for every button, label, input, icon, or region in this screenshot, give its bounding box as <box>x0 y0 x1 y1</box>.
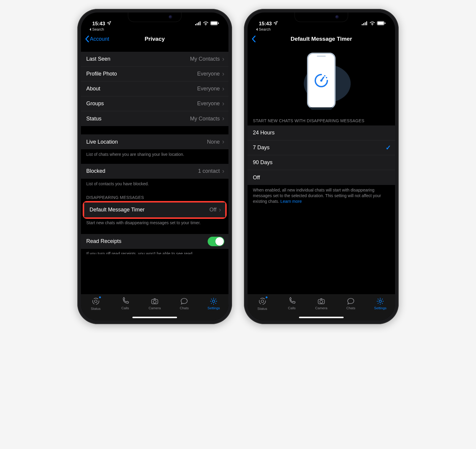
privacy-content[interactable]: Last Seen My Contacts› Profile Photo Eve… <box>81 46 228 294</box>
breadcrumb-label: Search <box>259 27 271 32</box>
row-label: Last Seen <box>86 56 110 62</box>
row-value: My Contacts <box>190 116 220 122</box>
row-label: Blocked <box>86 168 105 174</box>
disappearing-footer: Start new chats with disappearing messag… <box>81 218 228 226</box>
tab-status[interactable]: Status <box>83 297 108 310</box>
row-profile-photo[interactable]: Profile Photo Everyone› <box>81 67 228 81</box>
svg-point-26 <box>259 298 265 304</box>
tab-label: Calls <box>121 306 129 310</box>
row-label: Groups <box>86 101 104 107</box>
svg-rect-12 <box>362 24 363 25</box>
chevron-right-icon: › <box>222 85 224 93</box>
chevron-right-icon: › <box>222 70 224 78</box>
row-default-message-timer[interactable]: Default Message Timer Off› <box>84 202 225 217</box>
chat-icon <box>180 297 189 305</box>
option-7-days[interactable]: 7 Days ✓ <box>248 140 395 155</box>
row-label: Profile Photo <box>86 71 117 77</box>
svg-point-20 <box>327 80 328 81</box>
svg-rect-18 <box>385 23 386 24</box>
row-about[interactable]: About Everyone› <box>81 81 228 96</box>
home-indicator[interactable] <box>132 317 177 318</box>
hero-illustration <box>248 46 395 114</box>
gear-icon <box>209 297 218 305</box>
svg-point-29 <box>320 300 323 303</box>
tab-label: Chats <box>346 306 355 310</box>
tab-calls[interactable]: Calls <box>113 297 138 310</box>
battery-icon <box>210 21 219 27</box>
screen: 15:43 Search <box>248 12 395 321</box>
option-90-days[interactable]: 90 Days <box>248 155 395 170</box>
back-button[interactable]: Account <box>85 36 109 42</box>
live-location-footer: List of chats where you are sharing your… <box>81 149 228 157</box>
row-value: Everyone <box>197 86 220 92</box>
svg-point-11 <box>212 300 215 302</box>
wifi-icon <box>203 21 209 27</box>
timer-content[interactable]: START NEW CHATS WITH DISAPPEARING MESSAG… <box>248 46 395 294</box>
svg-point-22 <box>324 85 325 87</box>
page-title: Default Message Timer <box>248 36 395 42</box>
tab-label: Camera <box>315 306 328 310</box>
tab-settings[interactable]: Settings <box>201 297 226 310</box>
svg-point-19 <box>326 77 327 79</box>
option-off[interactable]: Off <box>248 170 395 185</box>
notch <box>128 12 181 22</box>
tab-bar: Status Calls Camera Chats Settings <box>81 294 228 321</box>
unread-badge-icon <box>99 296 101 299</box>
svg-rect-1 <box>197 23 198 25</box>
back-button[interactable] <box>252 36 256 42</box>
phone-icon <box>287 297 296 305</box>
row-label: Default Message Timer <box>90 207 145 213</box>
back-label: Account <box>90 36 109 42</box>
svg-point-23 <box>324 75 325 77</box>
row-status[interactable]: Status My Contacts› <box>81 111 228 126</box>
gear-icon <box>376 297 385 305</box>
row-blocked[interactable]: Blocked 1 contact› <box>81 164 228 179</box>
svg-rect-3 <box>200 21 201 25</box>
row-label: Read Receipts <box>86 238 121 244</box>
tab-calls[interactable]: Calls <box>279 297 304 310</box>
svg-rect-17 <box>378 22 384 25</box>
row-value: My Contacts <box>190 56 220 62</box>
option-24-hours[interactable]: 24 Hours <box>248 125 395 140</box>
svg-point-7 <box>93 298 99 304</box>
tab-chats[interactable]: Chats <box>338 297 363 310</box>
tab-settings[interactable]: Settings <box>368 297 393 310</box>
location-arrow-icon <box>273 21 278 27</box>
status-time: 15:43 <box>259 21 272 27</box>
notch <box>295 12 348 22</box>
tab-label: Status <box>257 307 267 310</box>
learn-more-link[interactable]: Learn more <box>281 199 302 204</box>
breadcrumb[interactable]: Search <box>248 27 395 32</box>
unread-badge-icon <box>265 296 268 299</box>
tab-camera[interactable]: Camera <box>142 297 167 310</box>
visibility-group: Last Seen My Contacts› Profile Photo Eve… <box>81 52 228 126</box>
row-last-seen[interactable]: Last Seen My Contacts› <box>81 52 228 67</box>
phone-right: 15:43 Search <box>244 9 399 324</box>
breadcrumb[interactable]: Search <box>81 27 228 32</box>
svg-line-25 <box>321 77 324 81</box>
home-indicator[interactable] <box>299 317 344 318</box>
row-groups[interactable]: Groups Everyone› <box>81 96 228 111</box>
location-arrow-icon <box>107 21 111 27</box>
tab-camera[interactable]: Camera <box>309 297 334 310</box>
tab-label: Settings <box>208 306 220 310</box>
blocked-footer: List of contacts you have blocked. <box>81 179 228 187</box>
status-time: 15:43 <box>92 21 105 27</box>
svg-point-8 <box>94 300 97 303</box>
chevron-right-icon: › <box>222 55 224 63</box>
row-live-location[interactable]: Live Location None› <box>81 134 228 149</box>
tab-status[interactable]: Status <box>250 297 275 310</box>
options-footer: When enabled, all new individual chats w… <box>248 185 395 204</box>
svg-rect-15 <box>366 21 367 25</box>
svg-rect-0 <box>195 24 196 25</box>
option-label: 24 Hours <box>253 130 275 136</box>
tab-chats[interactable]: Chats <box>172 297 197 310</box>
row-label: About <box>86 86 100 92</box>
phone-illustration-icon <box>307 53 336 109</box>
read-receipts-toggle[interactable] <box>208 237 224 246</box>
svg-point-30 <box>379 300 381 302</box>
row-value: Everyone <box>197 101 220 107</box>
phone-left: 15:43 Search <box>77 9 232 324</box>
breadcrumb-label: Search <box>92 27 104 32</box>
option-label: Off <box>253 175 260 181</box>
